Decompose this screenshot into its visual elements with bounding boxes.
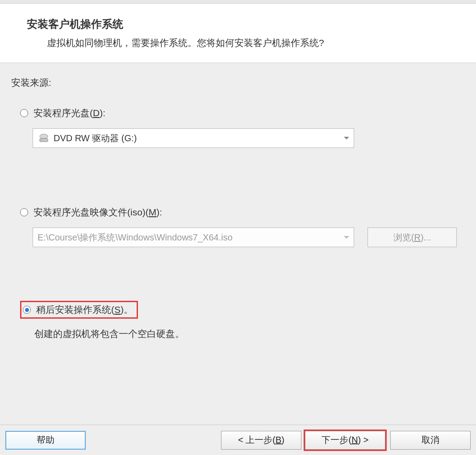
iso-path-dropdown[interactable]: E:\Course\操作系统\Windows\Windows7_X64.iso <box>33 228 354 247</box>
wizard-subtitle: 虚拟机如同物理机，需要操作系统。您将如何安装客户机操作系统? <box>47 37 463 49</box>
option-install-later-label: 稍后安装操作系统(S)。 <box>36 303 133 316</box>
disc-drive-dropdown[interactable]: DVD RW 驱动器 (G:) <box>33 128 354 148</box>
next-button[interactable]: 下一步(N) > <box>305 431 385 450</box>
install-source-label: 安装来源: <box>11 76 465 89</box>
radio-icon <box>20 109 28 117</box>
option-iso-group: 安装程序光盘映像文件(iso)(M): E:\Course\操作系统\Windo… <box>20 206 465 247</box>
chevron-down-icon <box>344 137 349 139</box>
disc-drive-value: DVD RW 驱动器 (G:) <box>54 132 344 144</box>
wizard-footer: 帮助 < 上一步(B) 下一步(N) > 取消 <box>0 425 476 455</box>
browse-button[interactable]: 浏览(R)... <box>367 228 457 247</box>
option-installer-disc-group: 安装程序光盘(D): DVD RW 驱动器 (G:) <box>20 107 465 148</box>
iso-path-value: E:\Course\操作系统\Windows\Windows7_X64.iso <box>38 232 344 244</box>
svg-point-2 <box>41 140 42 141</box>
cancel-button[interactable]: 取消 <box>390 431 471 450</box>
option-iso[interactable]: 安装程序光盘映像文件(iso)(M): <box>20 206 465 219</box>
option-installer-disc-label: 安装程序光盘(D): <box>33 107 105 119</box>
help-button[interactable]: 帮助 <box>5 431 86 450</box>
radio-icon <box>20 208 28 216</box>
wizard-body: 安装来源: 安装程序光盘(D): DVD RW 驱动器 (G:) <box>0 63 476 345</box>
highlight-annotation: 稍后安装操作系统(S)。 <box>20 301 138 319</box>
wizard-header: 安装客户机操作系统 虚拟机如同物理机，需要操作系统。您将如何安装客户机操作系统? <box>0 4 476 63</box>
wizard-title: 安装客户机操作系统 <box>27 17 463 31</box>
option-install-later-description: 创建的虚拟机将包含一个空白硬盘。 <box>34 328 465 340</box>
option-iso-label: 安装程序光盘映像文件(iso)(M): <box>33 206 162 219</box>
svg-rect-1 <box>40 139 48 142</box>
svg-point-0 <box>40 134 48 139</box>
disc-drive-icon <box>38 133 50 143</box>
highlight-annotation: 下一步(N) > <box>304 430 387 451</box>
option-install-later[interactable]: 稍后安装操作系统(S)。 <box>23 303 133 316</box>
chevron-down-icon <box>344 236 349 239</box>
option-install-later-group: 稍后安装操作系统(S)。 创建的虚拟机将包含一个空白硬盘。 <box>20 301 465 340</box>
radio-icon-selected <box>23 306 31 314</box>
window-titlebar <box>0 0 476 4</box>
back-button[interactable]: < 上一步(B) <box>221 431 301 450</box>
option-installer-disc[interactable]: 安装程序光盘(D): <box>20 107 465 119</box>
